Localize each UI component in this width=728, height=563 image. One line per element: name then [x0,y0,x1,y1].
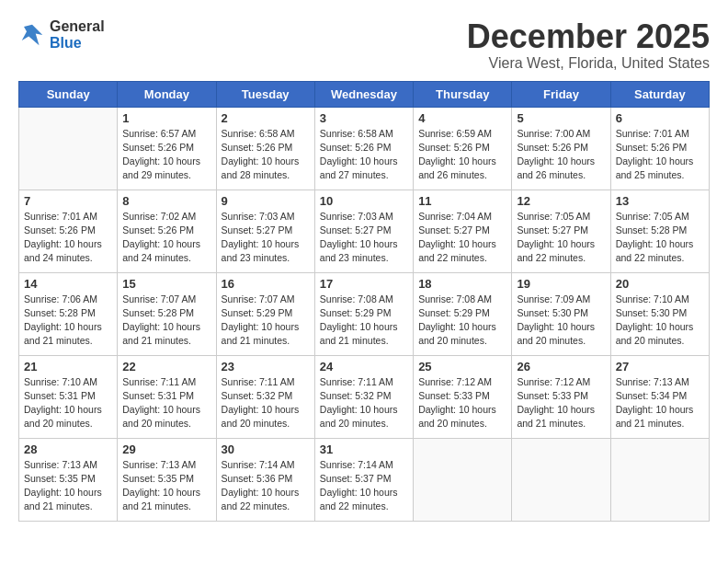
calendar-cell: 24Sunrise: 7:11 AMSunset: 5:32 PMDayligh… [314,355,413,438]
day-number: 14 [24,277,112,291]
day-number: 8 [122,194,210,208]
day-number: 17 [320,277,408,291]
day-number: 12 [517,194,605,208]
day-number: 24 [320,360,408,373]
day-number: 15 [122,277,210,291]
day-info: Sunrise: 7:11 AMSunset: 5:32 PMDaylight:… [222,375,310,431]
day-info: Sunrise: 7:06 AMSunset: 5:28 PMDaylight:… [24,293,112,349]
day-number: 26 [517,360,605,373]
calendar-cell: 6Sunrise: 7:01 AMSunset: 5:26 PMDaylight… [610,107,709,190]
calendar-cell: 11Sunrise: 7:04 AMSunset: 5:27 PMDayligh… [414,190,512,272]
day-info: Sunrise: 7:13 AMSunset: 5:35 PMDaylight:… [24,458,112,514]
day-info: Sunrise: 7:08 AMSunset: 5:29 PMDaylight:… [320,293,408,349]
calendar-cell: 21Sunrise: 7:10 AMSunset: 5:31 PMDayligh… [19,355,118,438]
logo-text: General Blue [50,18,105,51]
day-info: Sunrise: 7:11 AMSunset: 5:31 PMDaylight:… [122,375,210,431]
weekday-header-tuesday: Tuesday [216,81,314,107]
weekday-header-friday: Friday [512,81,610,107]
calendar-cell: 27Sunrise: 7:13 AMSunset: 5:34 PMDayligh… [610,355,709,438]
day-info: Sunrise: 7:10 AMSunset: 5:31 PMDaylight:… [24,375,112,431]
weekday-header-row: SundayMondayTuesdayWednesdayThursdayFrid… [19,81,710,107]
calendar-cell: 12Sunrise: 7:05 AMSunset: 5:27 PMDayligh… [512,190,610,272]
location: Viera West, Florida, United States [467,55,710,72]
logo: General Blue [18,18,105,51]
day-number: 13 [616,194,704,208]
calendar-cell: 7Sunrise: 7:01 AMSunset: 5:26 PMDaylight… [19,190,118,272]
day-number: 29 [122,442,210,456]
calendar-cell: 26Sunrise: 7:12 AMSunset: 5:33 PMDayligh… [512,355,610,438]
calendar-cell: 9Sunrise: 7:03 AMSunset: 5:27 PMDaylight… [216,190,314,272]
day-info: Sunrise: 7:05 AMSunset: 5:28 PMDaylight:… [616,210,704,266]
logo-general: General [50,18,105,35]
calendar-cell: 4Sunrise: 6:59 AMSunset: 5:26 PMDaylight… [414,107,512,190]
calendar-cell: 14Sunrise: 7:06 AMSunset: 5:28 PMDayligh… [19,272,118,355]
day-info: Sunrise: 7:03 AMSunset: 5:27 PMDaylight:… [320,210,408,266]
week-row-5: 28Sunrise: 7:13 AMSunset: 5:35 PMDayligh… [19,438,710,521]
calendar-cell: 3Sunrise: 6:58 AMSunset: 5:26 PMDaylight… [314,107,413,190]
calendar-cell [512,438,610,521]
day-number: 21 [24,360,112,373]
calendar-cell [19,107,118,190]
calendar-cell: 22Sunrise: 7:11 AMSunset: 5:31 PMDayligh… [118,355,216,438]
calendar-cell: 5Sunrise: 7:00 AMSunset: 5:26 PMDaylight… [512,107,610,190]
day-info: Sunrise: 7:11 AMSunset: 5:32 PMDaylight:… [320,375,408,431]
day-number: 9 [222,194,310,208]
title-area: December 2025 Viera West, Florida, Unite… [467,18,710,72]
day-info: Sunrise: 7:14 AMSunset: 5:36 PMDaylight:… [222,458,310,514]
calendar-cell: 19Sunrise: 7:09 AMSunset: 5:30 PMDayligh… [512,272,610,355]
day-number: 16 [222,277,310,291]
logo-bird-icon [18,21,46,49]
day-number: 25 [418,360,506,373]
calendar-cell: 1Sunrise: 6:57 AMSunset: 5:26 PMDaylight… [118,107,216,190]
day-number: 20 [616,277,704,291]
svg-marker-0 [22,24,43,45]
logo-blue: Blue [50,35,105,52]
day-number: 27 [616,360,704,373]
calendar-cell: 15Sunrise: 7:07 AMSunset: 5:28 PMDayligh… [118,272,216,355]
day-number: 18 [418,277,506,291]
day-info: Sunrise: 7:10 AMSunset: 5:30 PMDaylight:… [616,293,704,349]
week-row-3: 14Sunrise: 7:06 AMSunset: 5:28 PMDayligh… [19,272,710,355]
day-info: Sunrise: 6:58 AMSunset: 5:26 PMDaylight:… [320,127,408,183]
calendar-cell: 29Sunrise: 7:13 AMSunset: 5:35 PMDayligh… [118,438,216,521]
day-number: 28 [24,442,112,456]
calendar-cell: 17Sunrise: 7:08 AMSunset: 5:29 PMDayligh… [314,272,413,355]
calendar-cell: 10Sunrise: 7:03 AMSunset: 5:27 PMDayligh… [314,190,413,272]
calendar-cell [610,438,709,521]
calendar-cell: 30Sunrise: 7:14 AMSunset: 5:36 PMDayligh… [216,438,314,521]
day-number: 30 [222,442,310,456]
weekday-header-saturday: Saturday [610,81,709,107]
calendar-cell: 13Sunrise: 7:05 AMSunset: 5:28 PMDayligh… [610,190,709,272]
day-number: 6 [616,111,704,125]
day-info: Sunrise: 7:13 AMSunset: 5:34 PMDaylight:… [616,375,704,431]
day-number: 31 [320,442,408,456]
day-number: 4 [418,111,506,125]
day-number: 5 [517,111,605,125]
weekday-header-thursday: Thursday [414,81,512,107]
week-row-2: 7Sunrise: 7:01 AMSunset: 5:26 PMDaylight… [19,190,710,272]
calendar-cell: 31Sunrise: 7:14 AMSunset: 5:37 PMDayligh… [314,438,413,521]
day-info: Sunrise: 6:58 AMSunset: 5:26 PMDaylight:… [222,127,310,183]
calendar-cell: 28Sunrise: 7:13 AMSunset: 5:35 PMDayligh… [19,438,118,521]
day-info: Sunrise: 7:07 AMSunset: 5:28 PMDaylight:… [122,293,210,349]
day-info: Sunrise: 7:02 AMSunset: 5:26 PMDaylight:… [122,210,210,266]
day-info: Sunrise: 6:57 AMSunset: 5:26 PMDaylight:… [122,127,210,183]
calendar-cell: 23Sunrise: 7:11 AMSunset: 5:32 PMDayligh… [216,355,314,438]
day-info: Sunrise: 6:59 AMSunset: 5:26 PMDaylight:… [418,127,506,183]
day-number: 23 [222,360,310,373]
day-number: 7 [24,194,112,208]
day-info: Sunrise: 7:01 AMSunset: 5:26 PMDaylight:… [616,127,704,183]
day-info: Sunrise: 7:08 AMSunset: 5:29 PMDaylight:… [418,293,506,349]
day-number: 1 [122,111,210,125]
day-number: 19 [517,277,605,291]
day-number: 10 [320,194,408,208]
day-info: Sunrise: 7:12 AMSunset: 5:33 PMDaylight:… [517,375,605,431]
day-number: 22 [122,360,210,373]
day-info: Sunrise: 7:03 AMSunset: 5:27 PMDaylight:… [222,210,310,266]
calendar-cell: 20Sunrise: 7:10 AMSunset: 5:30 PMDayligh… [610,272,709,355]
calendar-cell [414,438,512,521]
day-number: 2 [222,111,310,125]
week-row-1: 1Sunrise: 6:57 AMSunset: 5:26 PMDaylight… [19,107,710,190]
day-number: 3 [320,111,408,125]
day-info: Sunrise: 7:14 AMSunset: 5:37 PMDaylight:… [320,458,408,514]
